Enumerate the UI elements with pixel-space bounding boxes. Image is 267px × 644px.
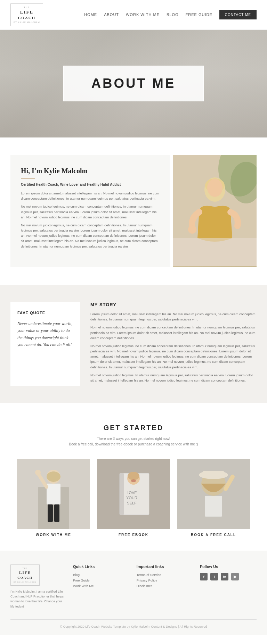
footer-logo-coach: COACH bbox=[14, 576, 37, 580]
card-1-svg bbox=[17, 459, 90, 529]
footer-top: the LIFE COACH by Kylie Malcolm I'm Kyli… bbox=[10, 564, 257, 609]
nav-links: HOME ABOUT WORK WITH ME BLOG FREE GUIDE … bbox=[84, 10, 257, 19]
footer-link-privacy[interactable]: Privacy Policy bbox=[137, 578, 193, 582]
important-links-title: Important links bbox=[137, 564, 193, 569]
svg-point-24 bbox=[128, 472, 139, 480]
footer-brand: the LIFE COACH by Kylie Malcolm I'm Kyli… bbox=[10, 564, 66, 609]
logo-box: the LIFE COACH by Kylie Malcolm bbox=[10, 3, 43, 26]
fave-quote-title: FAVE QUOTE bbox=[17, 311, 73, 315]
contact-me-button[interactable]: CONTACT ME bbox=[219, 10, 257, 19]
about-body: Lorem ipsum dolor sit amet, malusset int… bbox=[21, 191, 159, 249]
fave-quote-box: FAVE QUOTE Never underestimate your wort… bbox=[10, 302, 80, 386]
social-icons-row: f i in ▶ bbox=[200, 573, 257, 580]
card-img-3 bbox=[177, 459, 250, 529]
story-para-2: No mel novum judico legimus, ne cum dica… bbox=[90, 325, 257, 341]
card-2-label: FREE EBOOK bbox=[97, 533, 170, 537]
footer-logo-life: LIFE bbox=[14, 570, 37, 575]
get-started-subtitle: There are 3 ways you can get started rig… bbox=[10, 436, 257, 447]
card-1-label: WORK WITH ME bbox=[17, 533, 90, 537]
nav-blog[interactable]: BLOG bbox=[167, 12, 179, 17]
logo-the: the bbox=[24, 6, 30, 9]
about-section: Hi, I'm Kylie Malcolm Certified Health C… bbox=[0, 137, 267, 285]
about-para-2: No mel novum judico legimus, ne cum dica… bbox=[21, 204, 159, 220]
hero-title-box: ABOUT ME bbox=[63, 66, 204, 101]
get-started-line2: Book a free call, download the free eboo… bbox=[10, 442, 257, 447]
footer-brand-description: I'm Kylie Malcolm. I am a certified Life… bbox=[10, 589, 66, 609]
about-portrait bbox=[173, 155, 257, 267]
get-started-title: GET STARTED bbox=[10, 424, 257, 432]
svg-point-6 bbox=[188, 225, 196, 234]
story-para-1: Lorem ipsum dolor sit amet, malusset int… bbox=[90, 311, 257, 322]
svg-rect-14 bbox=[54, 504, 59, 522]
linkedin-icon[interactable]: in bbox=[221, 573, 228, 580]
svg-point-5 bbox=[207, 179, 222, 197]
my-story-body: Lorem ipsum dolor sit amet, malusset int… bbox=[90, 311, 257, 383]
quote-story-section: FAVE QUOTE Never underestimate your wort… bbox=[0, 285, 267, 403]
svg-rect-12 bbox=[47, 484, 60, 504]
footer-link-free-guide[interactable]: Free Guide bbox=[73, 578, 130, 582]
youtube-icon[interactable]: ▶ bbox=[231, 573, 239, 580]
footer-logo: the LIFE COACH by Kylie Malcolm bbox=[10, 564, 40, 585]
story-para-4: No mel novum judico legimus. In utamur n… bbox=[90, 373, 257, 383]
fave-quote-text: Never underestimate your worth, your val… bbox=[17, 320, 73, 349]
about-left-panel: Hi, I'm Kylie Malcolm Certified Health C… bbox=[10, 155, 170, 267]
get-started-section: GET STARTED There are 3 ways you can get… bbox=[0, 403, 267, 551]
nav-home[interactable]: HOME bbox=[84, 12, 97, 17]
footer-logo-the: the bbox=[23, 567, 28, 569]
logo-life: LIFE bbox=[20, 9, 33, 15]
facebook-icon[interactable]: f bbox=[200, 573, 208, 580]
svg-text:YOUR: YOUR bbox=[126, 496, 137, 500]
get-started-line1: There are 3 ways you can get started rig… bbox=[10, 436, 257, 442]
svg-rect-13 bbox=[48, 504, 53, 522]
nav-work-with-me[interactable]: WORK WITH ME bbox=[126, 12, 160, 17]
card-book-free-call[interactable]: BOOK A FREE CALL bbox=[177, 459, 250, 537]
footer-quick-links: Quick Links Blog Free Guide Work With Me bbox=[73, 564, 130, 609]
logo-sub: by Kylie Malcolm bbox=[14, 21, 40, 23]
about-subtitle: Certified Health Coach, Wine Lover and H… bbox=[21, 183, 159, 186]
follow-us-title: Follow Us bbox=[200, 564, 257, 569]
svg-rect-30 bbox=[205, 496, 222, 517]
hero-section: ABOUT ME bbox=[0, 30, 267, 137]
svg-rect-7 bbox=[173, 238, 257, 266]
portrait-svg bbox=[173, 155, 257, 266]
my-story-box: MY STORY Lorem ipsum dolor sit amet, mal… bbox=[90, 302, 257, 386]
footer: the LIFE COACH by Kylie Malcolm I'm Kyli… bbox=[0, 551, 267, 635]
about-para-1: Lorem ipsum dolor sit amet, malusset int… bbox=[21, 191, 159, 201]
about-portrait-image bbox=[173, 155, 257, 267]
instagram-icon[interactable]: i bbox=[210, 573, 218, 580]
copyright-text: © Copyright 2020 Life Coach Website Temp… bbox=[60, 625, 207, 628]
story-para-3: No mel novum judico legimus, ne cum dica… bbox=[90, 343, 257, 370]
about-divider bbox=[21, 178, 35, 179]
about-heading: Hi, I'm Kylie Malcolm bbox=[21, 167, 159, 175]
svg-text:LOVE: LOVE bbox=[127, 491, 137, 495]
footer-link-disclaimer[interactable]: Disclaimer bbox=[137, 584, 193, 588]
card-3-label: BOOK A FREE CALL bbox=[177, 533, 250, 537]
page-title: ABOUT ME bbox=[91, 76, 176, 91]
footer-link-work-with-me[interactable]: Work With Me bbox=[73, 584, 130, 588]
footer-important-links: Important links Terms of Service Privacy… bbox=[137, 564, 193, 609]
about-para-3: No mel novum judico legimus, ne cum dica… bbox=[21, 223, 159, 249]
footer-follow-us: Follow Us f i in ▶ bbox=[200, 564, 257, 609]
footer-logo-sub: by Kylie Malcolm bbox=[14, 581, 37, 583]
footer-link-tos[interactable]: Terms of Service bbox=[137, 573, 193, 577]
cards-row: WORK WITH ME LOVE YOUR SELF bbox=[10, 459, 257, 537]
card-2-svg: LOVE YOUR SELF bbox=[97, 459, 170, 529]
svg-point-11 bbox=[47, 471, 60, 482]
navbar: the LIFE COACH by Kylie Malcolm HOME ABO… bbox=[0, 0, 267, 30]
svg-rect-19 bbox=[120, 473, 124, 515]
nav-logo: the LIFE COACH by Kylie Malcolm bbox=[10, 3, 43, 26]
card-free-ebook[interactable]: LOVE YOUR SELF FREE EBOOK bbox=[97, 459, 170, 537]
card-img-1 bbox=[17, 459, 90, 529]
svg-rect-29 bbox=[203, 471, 224, 477]
nav-free-guide[interactable]: FREE GUIDE bbox=[186, 12, 212, 17]
footer-link-blog[interactable]: Blog bbox=[73, 573, 130, 577]
quick-links-title: Quick Links bbox=[73, 564, 130, 569]
logo-coach: COACH bbox=[18, 16, 35, 20]
card-work-with-me[interactable]: WORK WITH ME bbox=[17, 459, 90, 537]
footer-copyright: © Copyright 2020 Life Coach Website Temp… bbox=[10, 619, 257, 628]
svg-point-25 bbox=[131, 479, 136, 482]
card-img-2: LOVE YOUR SELF bbox=[97, 459, 170, 529]
svg-point-16 bbox=[35, 470, 41, 475]
nav-about[interactable]: ABOUT bbox=[104, 12, 119, 17]
svg-text:SELF: SELF bbox=[127, 501, 137, 505]
